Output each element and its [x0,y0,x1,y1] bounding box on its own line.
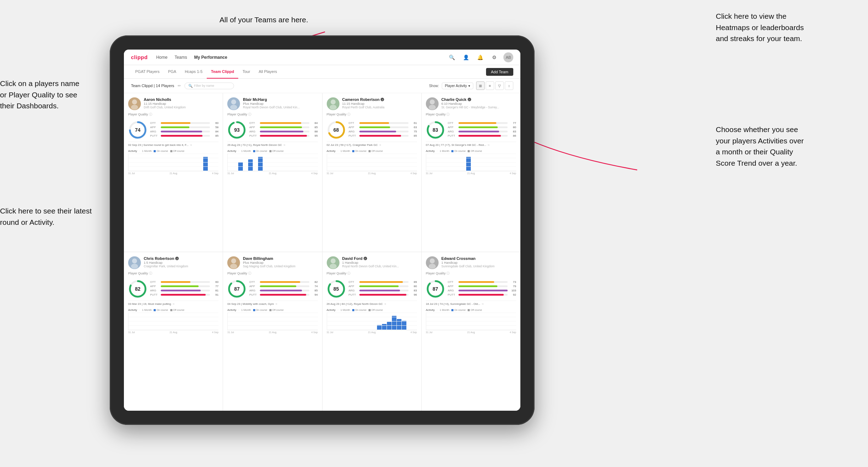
round-text: 07 Aug 23 | 77 (+7), St George's Hill GC… [426,143,490,147]
stat-bar [260,126,309,128]
quality-section[interactable]: 68 OTT 61 APP 63 ARG 75 [327,120,417,139]
stat-value: 85 [410,134,417,137]
stat-bar [161,294,210,296]
player-handicap: 1 Handicap [441,261,516,264]
player-name[interactable]: Blair McHarg [243,97,318,102]
stats-table: OTT 60 APP 58 ARG 84 PUTT 8 [150,121,218,138]
stat-bar [161,285,210,287]
stat-value: 95 [311,134,318,137]
sub-nav: PGAT Players PGA Hcaps 1-5 Team Clippd T… [124,65,520,79]
player-card[interactable]: Edward Crossman 1 Handicap Sunningdale G… [422,252,520,411]
player-name[interactable]: Cameron Robertson ✓ [342,97,417,102]
player-name[interactable]: Chris Robertson ✓ [144,256,218,261]
stat-value: 73 [509,280,516,284]
stat-bar [260,131,309,132]
stat-row: OTT 73 [448,280,516,284]
stat-value: 58 [211,126,218,129]
player-name[interactable]: David Ford ✓ [342,256,417,261]
stat-bar [161,131,210,132]
chart-label-mid: 21 Aug [269,331,276,334]
activity-section: Activity · 1 Month On course Off course [426,149,516,175]
settings-icon[interactable]: ⚙ [489,52,499,62]
stat-name: OTT [249,280,258,284]
stat-name: APP [150,126,159,129]
add-team-button[interactable]: Add Team [486,68,513,76]
player-card[interactable]: Blair McHarg Plus Handicap Royal North D… [223,93,322,252]
donut-chart: 93 [227,120,246,139]
player-name[interactable]: Charlie Quick ✓ [441,97,516,102]
stat-row: OTT 89 [349,280,417,284]
stat-name: OTT [249,121,258,125]
recent-round[interactable]: 04 Sep 23 | Mobility with coach, Gym → [227,301,318,306]
tab-team-clippd[interactable]: Team Clippd [207,65,238,79]
player-card[interactable]: Cameron Robertson ✓ 11:15 Handicap Royal… [322,93,421,252]
recent-round[interactable]: 02 Jul 23 | 59 (+17), Craigmillar Park G… [327,142,417,147]
player-card[interactable]: Charlie Quick ✓ 6:10 Handicap St. George… [422,93,520,252]
stat-name: PUTT [349,134,358,137]
recent-round[interactable]: 26 Aug 23 | 84 (+12), Royal North Devon … [327,301,417,306]
quality-section[interactable]: 93 OTT 84 APP 85 ARG 88 [227,120,318,139]
player-avatar [128,97,141,110]
stat-value: 92 [509,293,516,296]
quality-section[interactable]: 87 OTT 73 APP 79 ARG 103 [426,279,516,298]
quality-section[interactable]: 82 OTT 60 APP 77 ARG 81 [128,279,218,298]
player-header: Dave Billingham Plus Handicap Sag Maging… [227,256,318,269]
recent-round[interactable]: 03 Mar 23 | 19, Must make putting → [128,301,218,306]
tab-pga[interactable]: PGA [164,65,181,79]
stats-table: OTT 89 APP 80 ARG 83 PUTT 9 [349,280,417,297]
sort-button[interactable]: ↕ [505,81,513,90]
player-card[interactable]: Aaron Nicholls 11:15 Handicap Drift Golf… [124,93,223,252]
recent-round[interactable]: 07 Aug 23 | 77 (+7), St George's Hill GC… [426,142,516,147]
quality-section[interactable]: 85 OTT 89 APP 80 ARG 83 [327,279,417,298]
search-box[interactable]: 🔍 Filter by name [184,82,234,89]
team-label: Team Clippd | 14 Players [131,84,174,88]
player-name[interactable]: Dave Billingham [243,256,318,261]
nav-teams[interactable]: Teams [175,55,187,60]
filter-button[interactable]: ▽ [495,81,504,90]
recent-round[interactable]: 26 Aug 23 | 73 (+1), Royal North Devon G… [227,142,318,147]
view-icons: ⊞ ≡ ▽ ↕ [476,81,513,90]
chart-labels: 31 Jul 21 Aug 4 Sep [426,172,516,175]
off-course-legend: Off course [468,150,482,152]
stat-name: PUTT [150,293,159,296]
quality-section[interactable]: 87 OTT 82 APP 74 ARG 85 [227,279,318,298]
stat-name: ARG [349,289,358,292]
profile-icon[interactable]: 👤 [461,52,471,62]
grid-view-button[interactable]: ⊞ [476,81,485,90]
search-icon[interactable]: 🔍 [447,52,457,62]
activity-title: Activity [327,308,336,312]
player-info: Blair McHarg Plus Handicap Royal North D… [243,97,318,109]
player-card[interactable]: Dave Billingham Plus Handicap Sag Maging… [223,252,322,411]
recent-round[interactable]: 02 Sep 23 | Sunrise round to get back in… [128,142,218,147]
recent-round[interactable]: 18 Jul 23 | 74 (+4), Sunningdale GC - Ol… [426,301,516,306]
show-select[interactable]: Player Activity ▾ [442,82,473,89]
stats-table: OTT 84 APP 85 ARG 88 PUTT 9 [249,121,318,138]
chart-labels: 31 Jul 21 Aug 4 Sep [128,331,218,334]
tab-all-players[interactable]: All Players [255,65,281,79]
quality-section[interactable]: 83 OTT 77 APP 80 ARG 83 [426,120,516,139]
app-logo[interactable]: clippd [131,54,148,60]
svg-point-16 [132,258,137,263]
avatar[interactable]: AB [503,52,513,62]
player-name[interactable]: Aaron Nicholls [144,97,218,102]
stat-bar [260,135,309,137]
svg-point-9 [330,105,337,110]
bell-icon[interactable]: 🔔 [475,52,485,62]
player-card[interactable]: Chris Robertson ✓ 1:5 Handicap Craigmill… [124,252,223,411]
edit-icon[interactable]: ✏ [178,84,181,88]
stat-value: 61 [410,121,417,125]
player-name[interactable]: Edward Crossman [441,256,516,261]
activity-section: Activity · 1 Month On course Off course [227,308,318,334]
tab-hcaps[interactable]: Hcaps 1-5 [181,65,207,79]
stat-bar [260,122,309,124]
players-grid: Aaron Nicholls 11:15 Handicap Drift Golf… [124,93,520,411]
tab-tour[interactable]: Tour [238,65,254,79]
quality-section[interactable]: 74 OTT 60 APP 58 ARG 84 [128,120,218,139]
nav-home[interactable]: Home [156,55,167,60]
nav-my-performance[interactable]: My Performance [194,55,227,60]
donut-chart: 74 [128,120,147,139]
tab-pgat-players[interactable]: PGAT Players [131,65,164,79]
list-view-button[interactable]: ≡ [486,81,494,90]
player-card[interactable]: David Ford ✓ 1 Handicap Royal North Devo… [322,252,421,411]
activity-header: Activity · 1 Month On course Off course [128,149,218,153]
